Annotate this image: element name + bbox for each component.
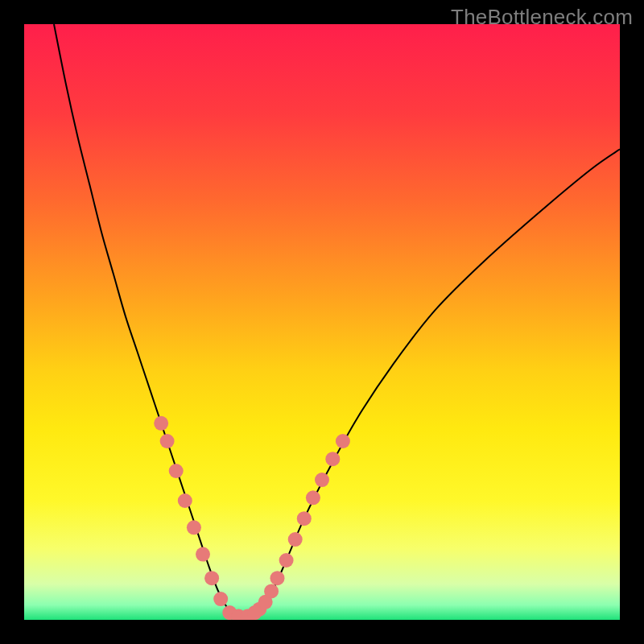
marker-dot xyxy=(247,605,262,620)
bottleneck-plot xyxy=(24,24,620,620)
marker-dot xyxy=(187,520,201,535)
marker-dot xyxy=(178,493,192,508)
marker-dot xyxy=(204,571,219,585)
marker-dot xyxy=(169,464,184,478)
marker-dot xyxy=(264,584,279,598)
marker-dot xyxy=(279,553,294,568)
marker-dot xyxy=(213,592,228,606)
marker-dot xyxy=(306,490,320,505)
marker-dot xyxy=(154,416,168,431)
marker-dot xyxy=(160,434,175,448)
marker-dot xyxy=(336,434,350,448)
marker-dot xyxy=(196,547,210,562)
marker-dot xyxy=(325,452,340,466)
gradient-background xyxy=(24,24,620,620)
plot-area xyxy=(24,24,620,620)
marker-dot xyxy=(297,511,312,526)
chart-frame: TheBottleneck.com xyxy=(0,0,644,644)
watermark-text: TheBottleneck.com xyxy=(451,5,633,30)
marker-dot xyxy=(315,473,329,487)
marker-dot xyxy=(288,532,303,547)
marker-dot xyxy=(270,571,285,585)
